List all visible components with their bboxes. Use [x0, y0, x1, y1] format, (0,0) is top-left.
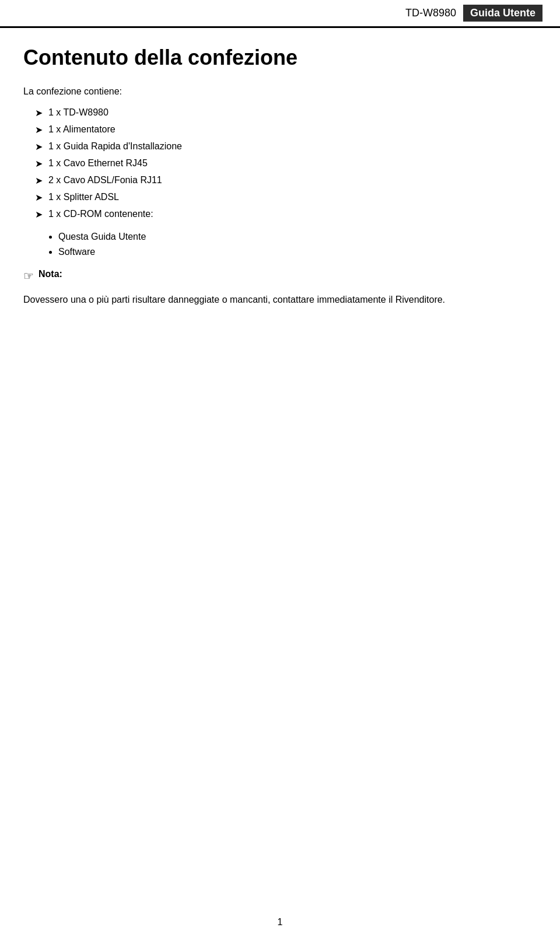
- note-text: Dovessero una o più parti risultare dann…: [23, 292, 537, 307]
- arrow-icon: ➤: [35, 209, 43, 220]
- main-list: ➤ 1 x TD-W8980 ➤ 1 x Alimentatore ➤ 1 x …: [35, 107, 537, 220]
- guide-title: Guida Utente: [463, 5, 542, 22]
- arrow-icon: ➤: [35, 158, 43, 169]
- list-item: ➤ 1 x TD-W8980: [35, 107, 537, 118]
- arrow-icon: ➤: [35, 107, 43, 118]
- arrow-icon: ➤: [35, 124, 43, 135]
- page-title: Contenuto della confezione: [23, 46, 537, 70]
- list-item: ➤ 1 x Guida Rapida d'Installazione: [35, 141, 537, 152]
- note-icon: ☞: [23, 269, 34, 283]
- sub-list: Questa Guida Utente Software: [58, 232, 537, 257]
- page-number: 1: [278, 917, 283, 927]
- arrow-icon: ➤: [35, 141, 43, 152]
- list-item-text: 1 x CD-ROM contenente:: [48, 209, 153, 219]
- arrow-icon: ➤: [35, 192, 43, 203]
- sub-list-item: Questa Guida Utente: [58, 232, 537, 242]
- list-item-text: 1 x Cavo Ethernet RJ45: [48, 158, 148, 169]
- arrow-icon: ➤: [35, 175, 43, 186]
- list-item-text: 1 x Guida Rapida d'Installazione: [48, 141, 182, 152]
- note-section: ☞ Nota:: [23, 269, 537, 283]
- list-item-text: 1 x Alimentatore: [48, 124, 116, 135]
- list-item: ➤ 1 x Splitter ADSL: [35, 192, 537, 203]
- page-content: Contenuto della confezione La confezione…: [0, 46, 560, 331]
- list-item-text: 1 x TD-W8980: [48, 107, 108, 118]
- list-item-text: 1 x Splitter ADSL: [48, 192, 119, 202]
- sub-list-item: Software: [58, 247, 537, 257]
- list-item: ➤ 2 x Cavo ADSL/Fonia RJ11: [35, 175, 537, 186]
- list-item: ➤ 1 x Alimentatore: [35, 124, 537, 135]
- model-number: TD-W8980: [405, 7, 456, 19]
- sub-list-item-text: Software: [58, 247, 95, 257]
- page-header: TD-W8980 Guida Utente: [0, 0, 560, 28]
- page-footer: 1: [0, 917, 560, 928]
- sub-list-item-text: Questa Guida Utente: [58, 232, 146, 242]
- list-item: ➤ 1 x CD-ROM contenente:: [35, 209, 537, 220]
- list-item: ➤ 1 x Cavo Ethernet RJ45: [35, 158, 537, 169]
- list-item-text: 2 x Cavo ADSL/Fonia RJ11: [48, 175, 162, 186]
- intro-text: La confezione contiene:: [23, 86, 537, 97]
- note-label: Nota:: [38, 269, 62, 279]
